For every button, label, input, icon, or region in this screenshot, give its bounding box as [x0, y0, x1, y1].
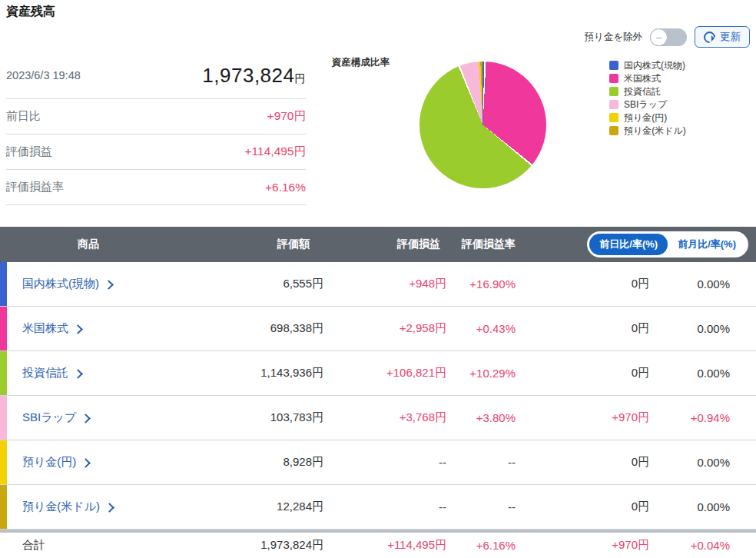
- table-row: 預り金(円) 8,928円 -- -- 0円 0.00%: [0, 440, 756, 485]
- legend-swatch-icon: [609, 74, 618, 83]
- legend-swatch-icon: [609, 100, 618, 109]
- legend-label: 国内株式(現物): [624, 59, 685, 72]
- summary-panel: 2023/6/3 19:48 1,973,824円 前日比 +970円 評価損益…: [6, 52, 306, 205]
- pl-cell: --: [323, 456, 446, 469]
- pl-rate-cell: +10.29%: [446, 367, 516, 380]
- pl-cell: +3,768円: [323, 410, 446, 425]
- page-title: 資産残高: [6, 4, 55, 20]
- total-pl-cell: +114,495円: [323, 538, 446, 553]
- legend-item: 預り金(円): [609, 113, 686, 122]
- day-rate-cell: 0.00%: [649, 367, 730, 380]
- total-day-rate-cell: +0.04%: [649, 539, 730, 552]
- pl-rate-cell: --: [446, 456, 516, 469]
- total-label: 合計: [7, 538, 170, 553]
- summary-row-day-change: 前日比 +970円: [6, 99, 306, 135]
- pl-cell: +2,958円: [323, 321, 446, 336]
- pl-cell: +106,821円: [323, 366, 446, 380]
- product-name: SBIラップ: [22, 410, 76, 425]
- refresh-button-label: 更新: [720, 30, 741, 44]
- row-color-bar: [0, 307, 7, 350]
- total-value-cell: 1,973,824円: [170, 538, 323, 553]
- product-link[interactable]: 米国株式: [7, 321, 170, 336]
- refresh-icon: [701, 28, 718, 45]
- toggle-knob-icon: –: [650, 28, 668, 46]
- period-toggle-group: 前日比/率(%) 前月比/率(%): [587, 231, 748, 257]
- tab-month-change[interactable]: 前月比/率(%): [668, 234, 746, 255]
- summary-label: 評価損益: [6, 144, 52, 159]
- value-cell: 6,555円: [170, 277, 323, 291]
- table-row: 国内株式(現物) 6,555円 +948円 +16.90% 0円 0.00%: [0, 262, 756, 307]
- day-rate-cell: +0.94%: [649, 411, 730, 424]
- pie-chart-title: 資産構成比率: [332, 56, 390, 69]
- col-header-pl: 評価損益: [323, 237, 446, 251]
- row-color-bar: [0, 396, 7, 440]
- chevron-right-icon: [81, 414, 91, 423]
- exclude-deposits-label: 預り金を除外: [584, 31, 642, 44]
- day-rate-cell: 0.00%: [649, 500, 730, 513]
- exclude-deposits-toggle[interactable]: –: [650, 28, 687, 46]
- as-of-datetime: 2023/6/3 19:48: [6, 69, 81, 81]
- summary-value: +970円: [267, 108, 306, 125]
- value-cell: 103,783円: [170, 410, 323, 425]
- pl-cell: --: [323, 500, 446, 513]
- value-cell: 8,928円: [170, 455, 323, 470]
- day-cell: +970円: [516, 410, 649, 425]
- chevron-right-icon: [104, 280, 114, 290]
- legend-item: 投資信託: [609, 87, 686, 96]
- pl-rate-cell: +3.80%: [446, 411, 516, 424]
- day-cell: 0円: [516, 277, 649, 291]
- total-pl-rate-cell: +6.16%: [446, 539, 516, 552]
- chevron-right-icon: [81, 458, 91, 468]
- product-name: 国内株式(現物): [22, 277, 99, 291]
- row-color-bar: [0, 440, 7, 484]
- chevron-right-icon: [73, 369, 83, 379]
- summary-value: +114,495円: [245, 144, 306, 160]
- refresh-button[interactable]: 更新: [695, 26, 750, 48]
- day-cell: 0円: [516, 366, 649, 380]
- asset-table: 商品 評価額 評価損益 評価損益率 前日比/率(%) 前月比/率(%) 国内株式…: [0, 227, 756, 558]
- summary-value: +6.16%: [265, 181, 306, 194]
- tab-day-change[interactable]: 前日比/率(%): [589, 234, 668, 255]
- summary-row-pl: 評価損益 +114,495円: [6, 135, 306, 170]
- summary-total-row: 2023/6/3 19:48 1,973,824円: [6, 52, 306, 99]
- pl-rate-cell: +16.90%: [446, 277, 516, 291]
- legend-label: 預り金(米ドル): [624, 125, 686, 138]
- total-assets-value: 1,973,824円: [202, 64, 306, 88]
- table-header-row: 商品 評価額 評価損益 評価損益率 前日比/率(%) 前月比/率(%): [0, 227, 756, 262]
- legend-label: 投資信託: [624, 85, 661, 98]
- product-name: 預り金(米ドル): [22, 500, 100, 514]
- product-link[interactable]: 国内株式(現物): [7, 277, 170, 291]
- day-cell: 0円: [516, 321, 649, 336]
- value-cell: 12,284円: [170, 500, 323, 514]
- product-link[interactable]: SBIラップ: [7, 410, 170, 425]
- col-header-product: 商品: [7, 237, 170, 251]
- product-link[interactable]: 投資信託: [7, 366, 170, 380]
- value-cell: 1,143,936円: [170, 366, 323, 380]
- product-name: 投資信託: [22, 366, 68, 380]
- col-header-pl-rate: 評価損益率: [446, 237, 516, 251]
- legend-label: SBIラップ: [624, 98, 667, 111]
- legend-swatch-icon: [609, 126, 618, 135]
- chevron-right-icon: [73, 324, 83, 334]
- table-row: 投資信託 1,143,936円 +106,821円 +10.29% 0円 0.0…: [0, 351, 756, 396]
- pl-cell: +948円: [323, 277, 446, 291]
- legend-item: 国内株式(現物): [609, 61, 686, 70]
- product-link[interactable]: 預り金(円): [7, 455, 170, 470]
- top-controls: 預り金を除外 – 更新: [584, 26, 750, 48]
- table-row: SBIラップ 103,783円 +3,768円 +3.80% +970円 +0.…: [0, 396, 756, 440]
- legend-swatch-icon: [609, 113, 618, 122]
- summary-label: 前日比: [6, 109, 41, 124]
- pl-rate-cell: +0.43%: [446, 322, 516, 335]
- day-cell: 0円: [516, 500, 649, 514]
- legend-swatch-icon: [609, 61, 618, 70]
- legend-item: 米国株式: [609, 74, 686, 83]
- legend-label: 米国株式: [624, 72, 661, 85]
- summary-label: 評価損益率: [6, 180, 64, 194]
- pl-rate-cell: --: [446, 500, 516, 513]
- day-cell: 0円: [516, 455, 649, 470]
- day-rate-cell: 0.00%: [649, 322, 730, 335]
- product-link[interactable]: 預り金(米ドル): [7, 500, 170, 514]
- row-color-bar: [0, 262, 7, 306]
- row-color-bar: [0, 351, 7, 395]
- day-rate-cell: 0.00%: [649, 277, 730, 291]
